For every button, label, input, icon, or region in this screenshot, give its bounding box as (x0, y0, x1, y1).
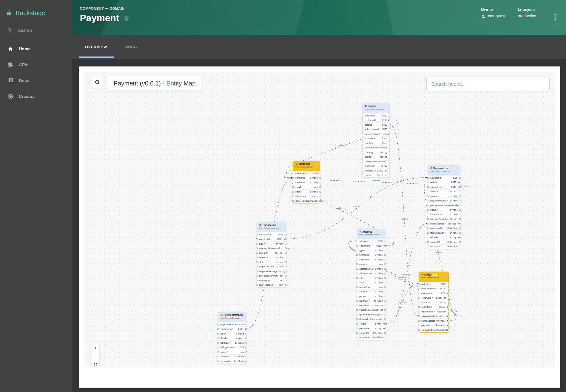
port-left[interactable] (427, 204, 429, 206)
port-left[interactable] (292, 186, 294, 188)
port-right[interactable] (459, 209, 461, 211)
port-right[interactable] (285, 252, 287, 254)
port-right[interactable] (459, 191, 461, 193)
port-left[interactable] (356, 245, 358, 247)
port-left[interactable] (362, 119, 363, 121)
port-left[interactable] (418, 329, 420, 331)
port-left[interactable] (418, 325, 420, 326)
port-left[interactable] (256, 266, 258, 268)
port-left[interactable] (427, 191, 429, 193)
port-left[interactable] (427, 246, 429, 248)
entity-node-order[interactable]: ⚙OrderARfrom Orders domainorderId *UUIDo… (419, 272, 449, 333)
port-left[interactable] (427, 218, 429, 220)
port-left[interactable] (256, 280, 258, 281)
port-right[interactable] (459, 227, 461, 229)
port-left[interactable] (418, 311, 420, 312)
port-right[interactable] (245, 337, 247, 339)
port-left[interactable] (256, 270, 258, 272)
port-right[interactable] (319, 182, 321, 183)
port-left[interactable] (217, 324, 219, 325)
port-right[interactable] (245, 356, 247, 358)
port-right[interactable] (389, 124, 390, 126)
port-left[interactable] (217, 360, 219, 362)
port-left[interactable] (362, 156, 363, 158)
port-left[interactable] (418, 288, 420, 290)
port-left[interactable] (256, 284, 258, 286)
entity-map-canvas[interactable]: hasOnehasOnehasOnehasOnehasOnehasOnehasM… (84, 72, 555, 367)
port-right[interactable] (319, 200, 321, 202)
port-left[interactable] (362, 138, 363, 140)
port-left[interactable] (356, 337, 358, 338)
port-left[interactable] (362, 147, 363, 149)
port-left[interactable] (292, 200, 294, 202)
port-left[interactable] (356, 309, 358, 311)
port-left[interactable] (292, 191, 294, 193)
port-right[interactable] (384, 300, 386, 302)
port-left[interactable] (292, 172, 294, 174)
port-left[interactable] (256, 261, 258, 263)
port-right[interactable] (285, 243, 287, 245)
port-left[interactable] (427, 237, 429, 238)
zoom-in-button[interactable]: + (91, 344, 99, 352)
search-nodes-input[interactable] (426, 77, 550, 91)
map-settings-button[interactable]: ⚙ (91, 76, 103, 88)
port-right[interactable] (319, 186, 321, 188)
port-right[interactable] (285, 257, 287, 258)
port-left[interactable] (418, 320, 420, 322)
port-left[interactable] (362, 115, 363, 116)
port-right[interactable] (389, 147, 390, 149)
port-left[interactable] (427, 200, 429, 202)
port-left[interactable] (356, 295, 358, 297)
zoom-out-button[interactable]: − (91, 352, 99, 360)
port-right[interactable] (459, 232, 461, 234)
port-right[interactable] (319, 177, 321, 179)
port-right[interactable] (459, 214, 461, 215)
entity-node-paymentMethod[interactable]: ⚙PaymentMethodfrom Payment domainpayment… (218, 312, 246, 364)
port-right[interactable] (384, 254, 386, 256)
fit-view-button[interactable] (91, 360, 99, 367)
port-right[interactable] (384, 314, 386, 315)
favorite-star-icon[interactable]: ☆ (123, 15, 130, 22)
port-left[interactable] (217, 328, 219, 330)
port-left[interactable] (418, 306, 420, 308)
port-right[interactable] (384, 263, 386, 265)
sidebar-item-create[interactable]: Create... (0, 89, 72, 105)
port-right[interactable] (285, 248, 287, 249)
entity-node-address[interactable]: ⚙Addressfrom Payment domainaddressId *UU… (357, 229, 385, 340)
port-left[interactable] (217, 356, 219, 358)
sidebar-item-home[interactable]: Home (0, 41, 72, 57)
port-left[interactable] (256, 248, 258, 249)
port-right[interactable] (389, 115, 390, 116)
port-right[interactable] (384, 286, 386, 288)
port-left[interactable] (256, 257, 258, 258)
port-right[interactable] (384, 337, 386, 338)
port-left[interactable] (427, 182, 429, 183)
port-left[interactable] (217, 342, 219, 344)
port-right[interactable] (285, 280, 287, 281)
port-left[interactable] (356, 300, 358, 302)
port-left[interactable] (356, 314, 358, 315)
port-left[interactable] (427, 186, 429, 188)
port-left[interactable] (356, 323, 358, 325)
port-right[interactable] (245, 333, 247, 335)
port-right[interactable] (389, 151, 390, 153)
port-right[interactable] (319, 191, 321, 193)
port-left[interactable] (362, 165, 363, 167)
port-left[interactable] (362, 124, 363, 126)
port-left[interactable] (217, 333, 219, 335)
port-left[interactable] (418, 315, 420, 317)
port-left[interactable] (292, 182, 294, 183)
port-right[interactable] (245, 360, 247, 362)
port-right[interactable] (389, 165, 390, 167)
port-left[interactable] (356, 318, 358, 320)
port-left[interactable] (356, 254, 358, 256)
port-right[interactable] (389, 170, 390, 171)
port-right[interactable] (389, 138, 390, 140)
port-right[interactable] (459, 177, 461, 179)
port-left[interactable] (427, 214, 429, 215)
more-menu-icon[interactable] (552, 13, 558, 21)
port-left[interactable] (427, 232, 429, 234)
port-right[interactable] (459, 200, 461, 202)
tab-docs[interactable]: DOCS (114, 35, 149, 59)
sidebar-item-docs[interactable]: Docs (0, 73, 72, 89)
